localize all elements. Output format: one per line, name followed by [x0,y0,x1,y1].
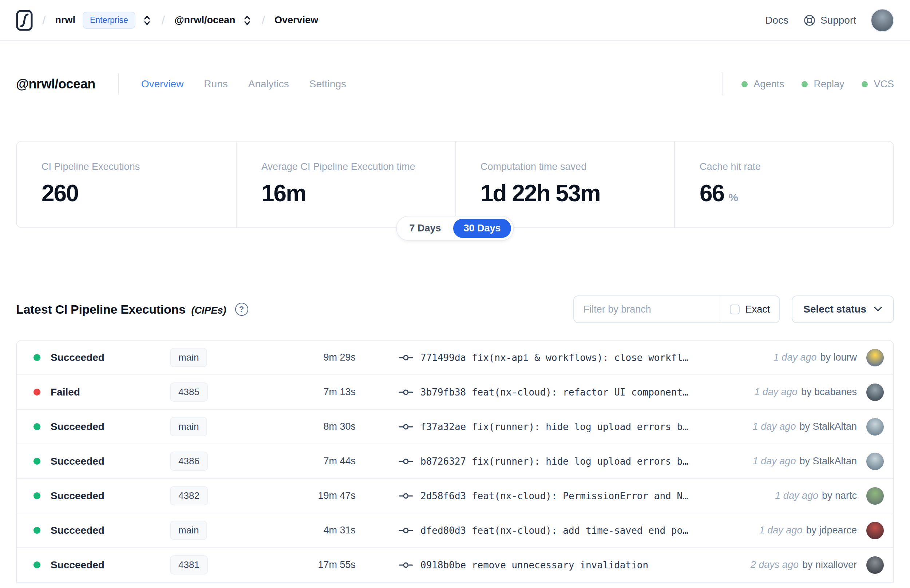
commit-message[interactable]: f37a32ae fix(runner): hide log upload er… [420,422,689,432]
author-avatar [866,522,884,539]
status-cell: Succeeded [34,352,170,363]
nx-cloud-logo-icon[interactable] [16,10,33,31]
cipe-table: Succeeded main 9m 29s 771499da fix(nx-ap… [16,340,894,583]
git-commit-icon [399,491,413,501]
agents-status: Agents [742,79,784,90]
cipe-row[interactable]: Succeeded 4381 17m 55s 0918b0be remove u… [17,548,893,583]
cipe-row[interactable]: Succeeded 4386 7m 44s b8726327 fix(runne… [17,444,893,479]
tab-runs[interactable]: Runs [204,78,228,90]
time-ago: 1 day ago [775,490,818,501]
tab-settings[interactable]: Settings [309,78,346,90]
exact-toggle[interactable]: Exact [719,296,780,322]
breadcrumb-separator: / [162,13,165,27]
time-ago: 1 day ago [774,352,817,363]
range-7-days-button[interactable]: 7 Days [399,219,451,238]
meta-cell: 1 day ago by jdpearce [759,522,884,539]
commit-cell: f37a32ae fix(runner): hide log upload er… [399,422,742,432]
org-switcher-chevron-icon[interactable] [142,15,152,26]
commit-cell: 771499da fix(nx-api & workflows): close … [399,352,763,363]
commit-message[interactable]: 3b79fb38 feat(nx-cloud): refactor UI com… [420,387,689,398]
author: by nixallover [802,559,857,570]
meta-cell: 1 day ago by StalkAltan [753,452,884,470]
status-dot [34,561,40,569]
breadcrumb-page: Overview [275,15,318,26]
branch-badge[interactable]: main [170,417,207,436]
branch-cell: 4381 [170,555,263,575]
support-link[interactable]: Support [803,14,856,27]
branch-badge[interactable]: 4382 [170,486,208,506]
branch-cell: main [170,521,263,540]
branch-badge[interactable]: 4381 [170,555,208,575]
breadcrumb-separator: / [42,13,45,27]
commit-cell: dfed80d3 feat(nx-cloud): add time-saved … [399,525,748,536]
status-label: Succeeded [50,352,105,363]
cipe-row[interactable]: Succeeded main 9m 29s 771499da fix(nx-ap… [17,341,893,375]
status-select-label: Select status [803,304,866,315]
time-ago: 1 day ago [753,456,796,467]
author-avatar [866,383,884,401]
stat-value: 1d 22h 53m [480,180,600,207]
branch-badge[interactable]: 4386 [170,452,208,471]
stat-label: Computation time saved [480,161,674,173]
status-cell: Succeeded [34,456,170,467]
tab-analytics[interactable]: Analytics [248,78,289,90]
commit-message[interactable]: 771499da fix(nx-api & workflows): close … [420,352,689,363]
duration: 17m 55s [263,559,356,570]
topbar: / nrwl Enterprise / @nrwl/ocean / Overvi… [0,0,910,41]
vcs-status-dot [862,81,868,87]
status-dot [34,423,40,430]
author-avatar [866,487,884,505]
user-avatar[interactable] [871,9,894,32]
status-dot [34,492,40,499]
git-commit-icon [399,422,413,431]
breadcrumb-workspace[interactable]: @nrwl/ocean [175,15,235,26]
breadcrumb-org[interactable]: nrwl [55,15,75,26]
branch-cell: 4386 [170,452,263,471]
branch-badge[interactable]: main [170,348,207,367]
commit-cell: 3b79fb38 feat(nx-cloud): refactor UI com… [399,387,743,398]
branch-badge[interactable]: 4385 [170,383,208,402]
meta-cell: 2 days ago by nixallover [750,556,884,574]
chevron-down-icon [874,306,883,312]
range-30-days-button[interactable]: 30 Days [453,219,511,238]
cipe-row[interactable]: Succeeded main 8m 30s f37a32ae fix(runne… [17,410,893,444]
time-ago: 1 day ago [759,525,803,536]
time-ago: 1 day ago [754,386,797,398]
stat-suffix: % [728,191,738,204]
date-range-toggle: 7 Days 30 Days [396,216,514,241]
commit-message[interactable]: 0918b0be remove unnecessary invalidation [420,560,648,570]
cipes-title: Latest CI Pipeline Executions [16,302,186,317]
status-label: Succeeded [50,490,105,502]
status-select[interactable]: Select status [792,296,894,323]
exact-checkbox[interactable] [730,305,740,314]
git-commit-icon [399,457,413,466]
workspace-title: @nrwl/ocean [16,76,95,92]
duration: 4m 31s [263,525,356,536]
help-icon[interactable]: ? [235,303,248,316]
commit-message[interactable]: dfed80d3 feat(nx-cloud): add time-saved … [420,525,689,536]
workspace-switcher-chevron-icon[interactable] [242,15,252,26]
cipe-row[interactable]: Failed 4385 7m 13s 3b79fb38 feat(nx-clou… [17,375,893,410]
cipe-row[interactable]: Succeeded main 4m 31s dfed80d3 feat(nx-c… [17,514,893,548]
author: by nartc [822,490,857,501]
status-cell: Failed [34,386,170,398]
cipe-row[interactable]: Succeeded 4382 19m 47s 2d58f6d3 feat(nx-… [17,479,893,514]
author: by bcabanes [801,386,857,398]
time-ago: 1 day ago [753,421,796,432]
author-avatar [866,349,884,367]
commit-message[interactable]: b8726327 fix(runner): hide log upload er… [420,456,689,467]
commit-cell: b8726327 fix(runner): hide log upload er… [399,456,742,467]
commit-message[interactable]: 2d58f6d3 feat(nx-cloud): PermissionError… [420,491,689,501]
branch-badge[interactable]: main [170,521,207,540]
duration: 7m 13s [263,386,356,398]
tab-overview[interactable]: Overview [141,78,184,90]
status-dot [34,354,40,361]
meta-cell: 1 day ago by nartc [775,487,884,505]
exact-label: Exact [745,304,770,315]
replay-status: Replay [802,79,844,90]
stat-card-cache-hit: Cache hit rate 66 % [674,142,893,228]
branch-filter-input[interactable] [574,296,719,322]
docs-link[interactable]: Docs [765,15,789,26]
git-commit-icon [399,526,413,535]
breadcrumb: / nrwl Enterprise / @nrwl/ocean / Overvi… [16,10,318,31]
